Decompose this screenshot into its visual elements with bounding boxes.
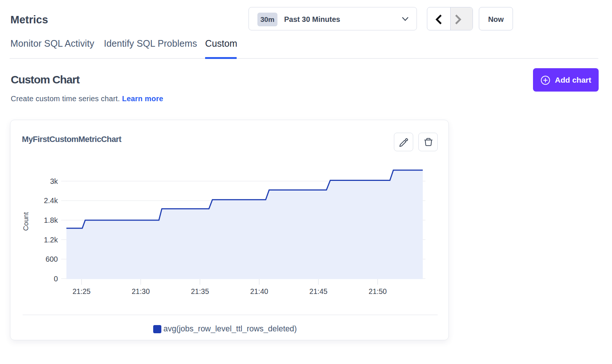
svg-text:1.2k: 1.2k [44, 236, 58, 244]
svg-text:0: 0 [54, 275, 58, 283]
svg-text:21:40: 21:40 [250, 287, 268, 295]
svg-text:avg(jobs_row_level_ttl_rows_de: avg(jobs_row_level_ttl_rows_deleted) [164, 324, 297, 333]
svg-text:21:30: 21:30 [132, 287, 150, 295]
svg-text:3k: 3k [50, 177, 58, 185]
svg-text:21:25: 21:25 [72, 287, 91, 295]
svg-text:21:35: 21:35 [191, 287, 209, 295]
svg-text:1.8k: 1.8k [44, 216, 58, 224]
svg-text:2.4k: 2.4k [44, 196, 58, 205]
svg-text:Count: Count [22, 212, 30, 231]
svg-text:21:50: 21:50 [369, 287, 387, 295]
svg-text:21:45: 21:45 [309, 287, 328, 295]
svg-text:600: 600 [46, 255, 58, 263]
